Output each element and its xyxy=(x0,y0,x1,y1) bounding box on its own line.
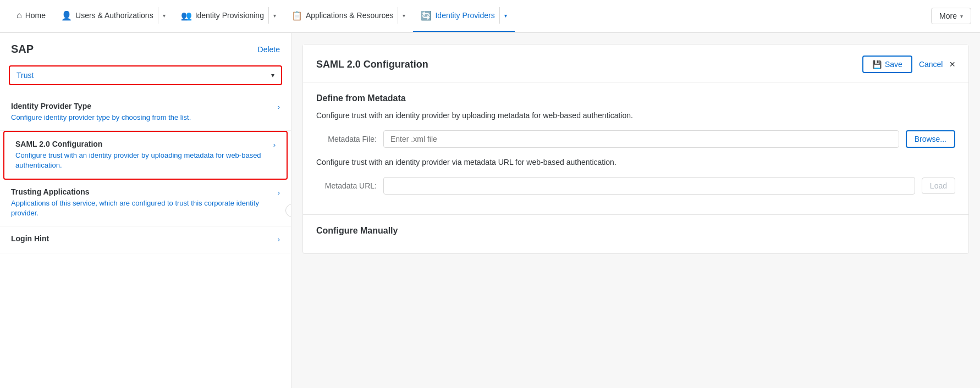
identity-providers-icon: 🔄 xyxy=(421,10,432,21)
sidebar-item-trusting-apps-content: Trusting Applications Applications of th… xyxy=(11,187,273,218)
sidebar-item-trusting-apps-desc: Applications of this service, which are … xyxy=(11,198,273,218)
app-resources-icon: 📋 xyxy=(291,10,302,21)
content-title: SAML 2.0 Configuration xyxy=(316,59,428,70)
nav-home[interactable]: ⌂ Home xyxy=(9,0,53,32)
nav-separator-2 xyxy=(268,7,269,24)
sidebar-item-login-hint[interactable]: Login Hint › xyxy=(0,226,291,253)
load-button[interactable]: Load xyxy=(922,178,955,194)
save-label: Save xyxy=(885,60,902,69)
sidebar-item-idp-type-title: Identity Provider Type xyxy=(11,102,273,110)
users-icon: 👤 xyxy=(61,10,72,21)
save-icon: 💾 xyxy=(872,60,882,69)
sidebar-item-saml[interactable]: SAML 2.0 Configuration Configure trust w… xyxy=(3,131,288,179)
metadata-file-input[interactable] xyxy=(383,130,899,148)
nav-identity-prov-chevron[interactable]: ▾ xyxy=(273,13,276,19)
nav-more-button[interactable]: More ▾ xyxy=(931,8,971,24)
nav-identity-providers-label: Identity Providers xyxy=(435,11,494,20)
trust-dropdown-chevron: ▾ xyxy=(271,71,274,79)
nav-home-label: Home xyxy=(25,11,46,20)
nav-more-label: More xyxy=(939,12,957,20)
nav-users-label: Users & Authorizations xyxy=(75,11,153,20)
nav-separator-1 xyxy=(158,7,158,24)
content-actions: 💾 Save Cancel × xyxy=(862,56,955,73)
sidebar-item-saml-title: SAML 2.0 Configuration xyxy=(15,140,269,148)
identity-prov-icon: 👥 xyxy=(181,10,192,21)
metadata-url-label: Metadata URL: xyxy=(316,181,377,190)
sidebar-item-idp-type-content: Identity Provider Type Configure identit… xyxy=(11,102,273,123)
nav-identity-providers[interactable]: 🔄 Identity Providers ▾ xyxy=(413,0,514,32)
metadata-file-row: Metadata File: Browse... xyxy=(316,130,955,148)
top-navigation: ⌂ Home 👤 Users & Authorizations ▾ 👥 Iden… xyxy=(0,0,980,33)
trust-dropdown[interactable]: Trust ▾ xyxy=(9,65,282,85)
sidebar-item-saml-chevron: › xyxy=(273,141,276,149)
nav-app-resources[interactable]: 📋 Applications & Resources ▾ xyxy=(284,0,414,32)
sidebar-scroll: Identity Provider Type Configure identit… xyxy=(0,94,291,388)
home-icon: ⌂ xyxy=(16,10,22,20)
configure-manually-section: Configure Manually xyxy=(303,215,968,253)
nav-identity-prov-label: Identity Provisioning xyxy=(195,11,264,20)
sidebar-item-saml-desc: Configure trust with an identity provide… xyxy=(15,151,269,170)
nav-separator-3 xyxy=(398,7,398,24)
nav-users-chevron[interactable]: ▾ xyxy=(163,13,166,19)
delete-button[interactable]: Delete xyxy=(258,45,280,54)
save-button[interactable]: 💾 Save xyxy=(862,56,912,73)
trust-dropdown-label: Trust xyxy=(16,71,34,80)
metadata-url-input[interactable] xyxy=(383,177,915,195)
nav-app-resources-chevron[interactable]: ▾ xyxy=(403,13,405,19)
close-button[interactable]: × xyxy=(949,59,955,69)
define-metadata-url-desc: Configure trust with an identity provide… xyxy=(316,157,955,168)
sidebar-item-trusting-apps-title: Trusting Applications xyxy=(11,187,273,196)
sidebar-header: SAP Delete xyxy=(0,33,291,61)
nav-more-chevron: ▾ xyxy=(960,13,963,19)
nav-separator-4 xyxy=(499,7,500,24)
sidebar-title: SAP xyxy=(11,43,34,56)
define-metadata-file-desc: Configure trust with an identity provide… xyxy=(316,110,955,121)
sidebar-item-idp-type-chevron: › xyxy=(278,103,280,111)
cancel-button[interactable]: Cancel xyxy=(919,60,943,69)
sidebar-item-idp-type-desc: Configure identity provider type by choo… xyxy=(11,113,273,123)
sidebar-item-login-hint-title: Login Hint xyxy=(11,234,273,243)
content-panel: SAML 2.0 Configuration 💾 Save Cancel × D… xyxy=(302,44,969,254)
sidebar-item-login-hint-content: Login Hint xyxy=(11,234,273,245)
define-metadata-title: Define from Metadata xyxy=(316,93,955,103)
sidebar-item-login-hint-chevron: › xyxy=(278,235,280,243)
sidebar-item-idp-type[interactable]: Identity Provider Type Configure identit… xyxy=(0,94,291,131)
define-metadata-section: Define from Metadata Configure trust wit… xyxy=(303,82,968,215)
sidebar-item-trusting-apps[interactable]: Trusting Applications Applications of th… xyxy=(0,180,291,226)
nav-identity-prov[interactable]: 👥 Identity Provisioning ▾ xyxy=(173,0,284,32)
content-header: SAML 2.0 Configuration 💾 Save Cancel × xyxy=(303,45,968,82)
nav-identity-providers-chevron[interactable]: ▾ xyxy=(504,13,507,19)
metadata-url-row: Metadata URL: Load xyxy=(316,177,955,195)
sidebar: SAP Delete Trust ▾ Identity Provider Typ… xyxy=(0,33,291,388)
main-layout: SAP Delete Trust ▾ Identity Provider Typ… xyxy=(0,33,980,388)
browse-button[interactable]: Browse... xyxy=(906,130,955,148)
configure-manually-title: Configure Manually xyxy=(316,226,955,236)
content-area: SAML 2.0 Configuration 💾 Save Cancel × D… xyxy=(291,33,980,388)
sidebar-item-trusting-apps-chevron: › xyxy=(278,189,280,197)
nav-app-resources-label: Applications & Resources xyxy=(306,11,394,20)
sidebar-item-saml-content: SAML 2.0 Configuration Configure trust w… xyxy=(15,140,269,170)
metadata-file-label: Metadata File: xyxy=(316,135,377,143)
nav-users[interactable]: 👤 Users & Authorizations ▾ xyxy=(53,0,173,32)
